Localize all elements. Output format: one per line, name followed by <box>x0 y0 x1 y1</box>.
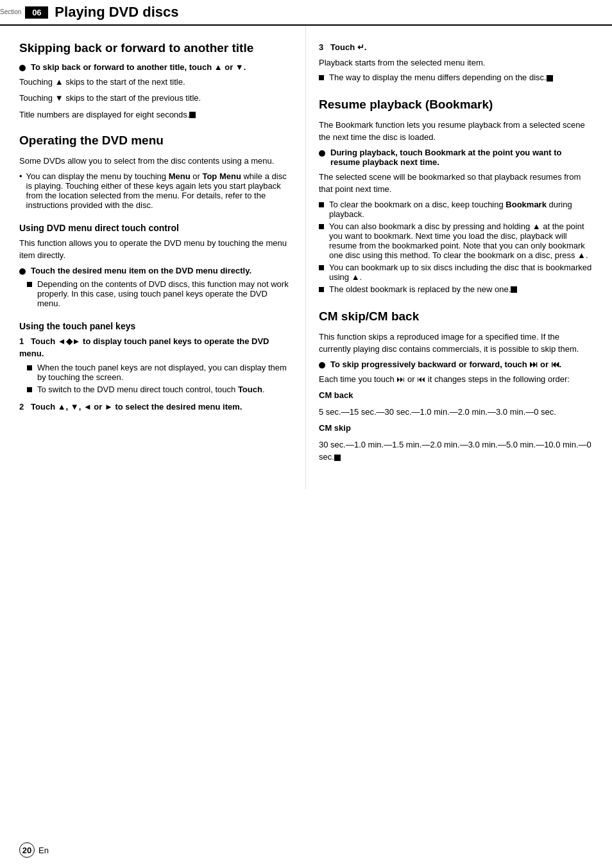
touch-panel-section: Using the touch panel keys 1 Touch ◄◆► t… <box>19 321 293 413</box>
resume-sq1: To clear the bookmark on a disc, keep to… <box>319 200 593 219</box>
dvd-menu-title: Operating the DVD menu <box>19 134 293 148</box>
step1-sq1: When the touch panel keys are not displa… <box>27 363 293 382</box>
skipping-p3: Title numbers are displayed for eight se… <box>19 108 293 121</box>
cm-skip-label: CM skip <box>319 422 593 435</box>
square-icon2 <box>27 365 32 370</box>
cm-section: CM skip/CM back This function skips a re… <box>319 309 593 464</box>
skipping-p2: Touching ▼ skips to the start of the pre… <box>19 92 293 105</box>
resume-p2: The selected scene will be bookmarked so… <box>319 171 593 196</box>
cm-skip-values: 30 sec.—1.0 min.—1.5 min.—2.0 min.—3.0 m… <box>319 438 593 464</box>
cm-bullet-text: To skip progressively backward or forwar… <box>330 360 561 369</box>
stop-icon <box>189 112 196 118</box>
resume-sq3: You can bookmark up to six discs includi… <box>319 263 593 282</box>
direct-touch-bullet: Touch the desired menu item on the DVD m… <box>19 266 293 275</box>
bullet-circle-icon <box>19 65 26 71</box>
direct-touch-sq1-text: Depending on the contents of DVD discs, … <box>37 279 293 308</box>
dvd-menu-p1: Some DVDs allow you to select from the d… <box>19 155 293 168</box>
skipping-bullet: To skip back or forward to another title… <box>19 62 293 72</box>
step1-sq2-text: To switch to the DVD menu direct touch c… <box>37 385 265 394</box>
resume-sq4-text: The oldest bookmark is replaced by the n… <box>329 284 517 294</box>
direct-touch-bullet-text: Touch the desired menu item on the DVD m… <box>31 266 251 275</box>
resume-title: Resume playback (Bookmark) <box>319 98 593 112</box>
cm-p2: Each time you touch ⏭ or ⏮ it changes st… <box>319 373 593 386</box>
square-icon4 <box>319 75 324 80</box>
square-icon7 <box>319 265 324 270</box>
skipping-bullet-text: To skip back or forward to another title… <box>31 62 246 72</box>
cm-back-label: CM back <box>319 389 593 402</box>
cm-bullet: To skip progressively backward or forwar… <box>319 360 593 369</box>
main-content: Skipping back or forward to another titl… <box>0 26 612 489</box>
direct-touch-title: Using DVD menu direct touch control <box>19 223 293 233</box>
page-footer: 20 En <box>19 842 49 858</box>
step3: 3 Touch ↵. Playback starts from the sele… <box>319 41 593 82</box>
resume-bullet-text: During playback, touch Bookmark at the p… <box>330 148 593 167</box>
dvd-menu-section: Operating the DVD menu Some DVDs allow y… <box>19 134 293 209</box>
bullet-circle-icon2 <box>19 268 26 275</box>
bullet-dot-icon: • <box>19 171 22 181</box>
resume-p1: The Bookmark function lets you resume pl… <box>319 119 593 144</box>
step1-sq1-text: When the touch panel keys are not displa… <box>37 363 293 382</box>
step2: 2 Touch ▲, ▼, ◄ or ► to select the desir… <box>19 401 293 413</box>
skipping-title: Skipping back or forward to another titl… <box>19 41 293 56</box>
direct-touch-sq1: Depending on the contents of DVD discs, … <box>27 279 293 308</box>
resume-sq2-text: You can also bookmark a disc by pressing… <box>329 221 593 260</box>
touch-panel-title: Using the touch panel keys <box>19 321 293 331</box>
cm-p1: This function skips a reproduced image f… <box>319 331 593 356</box>
resume-bullet: During playback, touch Bookmark at the p… <box>319 148 593 167</box>
square-icon8 <box>319 287 324 292</box>
square-icon3 <box>27 387 32 392</box>
square-icon6 <box>319 224 324 229</box>
direct-touch-section: Using DVD menu direct touch control This… <box>19 223 293 308</box>
stop-icon4 <box>334 455 341 461</box>
bullet-circle-icon3 <box>319 150 325 157</box>
step1-sq2: To switch to the DVD menu direct touch c… <box>27 385 293 394</box>
square-icon <box>27 282 32 287</box>
cm-title: CM skip/CM back <box>319 309 593 324</box>
cm-back-values: 5 sec.—15 sec.—30 sec.—1.0 min.—2.0 min.… <box>319 406 593 419</box>
section-number: 06 <box>25 6 48 19</box>
skipping-p1: Touching ▲ skips to the start of the nex… <box>19 76 293 89</box>
resume-sq3-text: You can bookmark up to six discs includi… <box>329 263 593 282</box>
dvd-menu-bullet-text: You can display the menu by touching Men… <box>26 171 293 210</box>
step1-heading: 1 Touch ◄◆► to display touch panel keys … <box>19 335 293 360</box>
page-number: 20 <box>19 842 35 858</box>
page-header: Section 06 Playing DVD discs <box>0 0 612 26</box>
page-title: Playing DVD discs <box>55 4 178 21</box>
left-column: Skipping back or forward to another titl… <box>0 26 306 489</box>
step3-heading: 3 Touch ↵. <box>319 41 593 54</box>
stop-icon2 <box>547 75 553 82</box>
resume-section: Resume playback (Bookmark) The Bookmark … <box>319 98 593 294</box>
resume-sq1-text: To clear the bookmark on a disc, keep to… <box>329 200 593 219</box>
language-label: En <box>38 846 49 855</box>
section-label: Section <box>0 9 21 15</box>
resume-sq2: You can also bookmark a disc by pressing… <box>319 221 593 260</box>
resume-sq4: The oldest bookmark is replaced by the n… <box>319 284 593 294</box>
bullet-circle-icon4 <box>319 362 325 369</box>
step3-sq1: The way to display the menu differs depe… <box>319 73 593 82</box>
step1: 1 Touch ◄◆► to display touch panel keys … <box>19 335 293 394</box>
step3-sq1-text: The way to display the menu differs depe… <box>329 73 553 82</box>
dvd-menu-bullet: • You can display the menu by touching M… <box>19 171 293 210</box>
square-icon5 <box>319 202 324 207</box>
step3-p1: Playback starts from the selected menu i… <box>319 56 593 69</box>
right-column: 3 Touch ↵. Playback starts from the sele… <box>306 26 612 489</box>
step2-heading: 2 Touch ▲, ▼, ◄ or ► to select the desir… <box>19 401 293 413</box>
direct-touch-p1: This function allows you to operate the … <box>19 237 293 262</box>
stop-icon3 <box>511 286 517 293</box>
skipping-section: Skipping back or forward to another titl… <box>19 41 293 121</box>
